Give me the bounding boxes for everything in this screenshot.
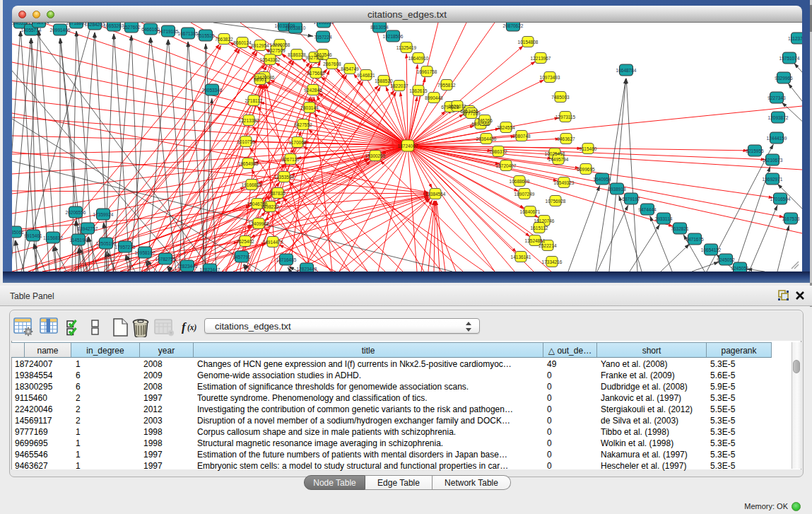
svg-text:12213967: 12213967	[531, 56, 551, 61]
svg-text:12093872: 12093872	[768, 115, 789, 120]
svg-text:1588520: 1588520	[375, 78, 393, 83]
svg-text:9915461: 9915461	[24, 233, 42, 238]
svg-text:9227343: 9227343	[767, 95, 786, 100]
svg-text:7515526: 7515526	[196, 33, 215, 38]
svg-text:17359924: 17359924	[93, 212, 114, 217]
svg-text:20053346: 20053346	[202, 88, 223, 93]
svg-text:8427552: 8427552	[294, 122, 312, 127]
svg-text:2803144: 2803144	[300, 105, 319, 110]
svg-text:1170068: 1170068	[289, 140, 307, 145]
svg-text:9474444: 9474444	[638, 207, 657, 212]
svg-text:18724007: 18724007	[398, 144, 418, 148]
svg-text:20718805: 20718805	[66, 23, 87, 25]
svg-text:10688609: 10688609	[510, 179, 530, 184]
svg-text:6099695: 6099695	[577, 167, 595, 172]
svg-text:7632821: 7632821	[671, 226, 689, 231]
svg-text:10025418: 10025418	[545, 151, 565, 156]
svg-text:1621072: 1621072	[448, 104, 466, 109]
svg-text:9777169: 9777169	[462, 111, 481, 116]
svg-text:19300295: 19300295	[365, 153, 386, 158]
svg-text:16961758: 16961758	[417, 69, 437, 74]
svg-text:7357224: 7357224	[314, 35, 332, 40]
svg-text:8990448: 8990448	[425, 95, 443, 100]
svg-text:16782759: 16782759	[155, 257, 176, 262]
svg-text:10958167: 10958167	[135, 250, 155, 255]
svg-text:9463627: 9463627	[557, 136, 575, 141]
svg-text:7663822: 7663822	[215, 37, 233, 42]
svg-text:10654112: 10654112	[701, 247, 722, 252]
svg-text:20991406: 20991406	[50, 28, 71, 33]
svg-text:8267110: 8267110	[282, 157, 300, 162]
svg-text:15692971: 15692971	[763, 177, 783, 182]
svg-text:10756928: 10756928	[546, 199, 566, 204]
svg-text:2522214: 2522214	[539, 243, 557, 248]
svg-text:1527602: 1527602	[122, 25, 141, 30]
svg-text:10543362: 10543362	[260, 57, 281, 62]
svg-text:19166825: 19166825	[242, 182, 262, 187]
svg-text:10719185: 10719185	[158, 29, 179, 34]
svg-text:14055714: 14055714	[21, 28, 42, 33]
svg-text:16210673: 16210673	[763, 158, 783, 163]
svg-text:8215955: 8215955	[746, 148, 764, 153]
svg-text:3175685: 3175685	[307, 71, 325, 76]
svg-text:f: f	[182, 320, 187, 334]
svg-text:20870622: 20870622	[503, 23, 524, 28]
svg-text:7625402: 7625402	[236, 239, 254, 244]
svg-text:9242845: 9242845	[304, 88, 322, 93]
svg-text:9146821: 9146821	[357, 73, 375, 78]
svg-text:9327509: 9327509	[267, 48, 286, 53]
svg-text:18640910: 18640910	[408, 56, 429, 61]
svg-text:15720407: 15720407	[496, 163, 517, 168]
svg-text:8813054: 8813054	[370, 25, 389, 30]
svg-text:2933114: 2933114	[655, 216, 673, 221]
svg-text:5463546: 5463546	[314, 52, 332, 57]
svg-text:3822037: 3822037	[390, 83, 408, 88]
svg-text:746266: 746266	[477, 118, 493, 123]
svg-text:16648784: 16648784	[616, 68, 637, 73]
svg-text:19752214: 19752214	[29, 23, 49, 25]
svg-text:11353594: 11353594	[274, 175, 295, 180]
svg-text:12823447: 12823447	[200, 267, 220, 272]
svg-text:8912954: 8912954	[251, 43, 269, 48]
svg-text:13716485: 13716485	[276, 257, 297, 262]
svg-text:9457791: 9457791	[233, 255, 251, 259]
svg-text:3824554: 3824554	[497, 125, 515, 130]
svg-text:6879197: 6879197	[622, 197, 640, 201]
svg-text:2867608: 2867608	[323, 62, 341, 66]
svg-text:17334216: 17334216	[542, 259, 563, 264]
svg-text:16671385: 16671385	[178, 31, 199, 36]
svg-text:14914479: 14914479	[263, 240, 283, 245]
svg-text:13524851: 13524851	[525, 238, 546, 243]
svg-text:12444159: 12444159	[767, 136, 787, 141]
svg-text:7986372: 7986372	[489, 149, 507, 154]
svg-text:19218506: 19218506	[383, 34, 404, 39]
svg-text:11123744: 11123744	[788, 36, 802, 41]
svg-text:20364436: 20364436	[476, 136, 497, 141]
svg-text:13942757: 13942757	[78, 226, 98, 231]
svg-text:9115460: 9115460	[579, 146, 597, 151]
svg-text:8660124: 8660124	[233, 40, 252, 45]
svg-text:1145194: 1145194	[70, 238, 88, 243]
svg-text:19384554: 19384554	[425, 192, 446, 197]
svg-text:16549323: 16549323	[554, 180, 575, 185]
svg-text:1010755: 1010755	[237, 139, 255, 144]
svg-text:12823448: 12823448	[297, 267, 317, 271]
svg-text:19654985: 19654985	[238, 161, 259, 166]
svg-text:1615112: 1615112	[531, 226, 548, 230]
svg-text:10154808: 10154808	[518, 40, 539, 45]
svg-text:98901: 98901	[254, 77, 266, 82]
svg-text:12213382: 12213382	[239, 118, 259, 123]
svg-text:14495794: 14495794	[548, 157, 569, 162]
svg-text:17957275: 17957275	[115, 245, 136, 250]
svg-text:20206556: 20206556	[66, 210, 86, 215]
svg-text:15751074: 15751074	[779, 56, 800, 61]
svg-text:9245052: 9245052	[717, 257, 735, 262]
svg-text:18907249: 18907249	[514, 192, 535, 197]
svg-text:10973493: 10973493	[540, 75, 560, 80]
svg-text:12823446: 12823446	[177, 264, 198, 269]
svg-text:9245051: 9245051	[731, 266, 749, 271]
svg-text:13226058: 13226058	[270, 42, 290, 47]
svg-text:1640954: 1640954	[593, 177, 611, 182]
svg-text:7955812: 7955812	[437, 83, 456, 88]
svg-text:8454749: 8454749	[341, 66, 359, 71]
